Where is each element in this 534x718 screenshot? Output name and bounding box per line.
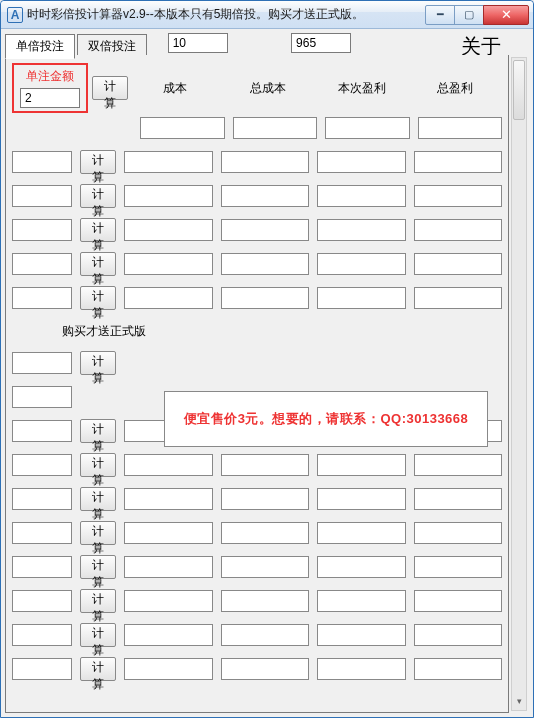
rows-top: 计算 计算 计算: [6, 111, 508, 315]
calc-button[interactable]: 计算: [80, 555, 116, 579]
calc-button[interactable]: 计算: [80, 487, 116, 511]
vertical-scrollbar[interactable]: ▾: [511, 57, 527, 711]
row-input[interactable]: [12, 590, 72, 612]
cell-total-profit[interactable]: [414, 151, 503, 173]
header-total-profit: 总盈利: [409, 80, 503, 97]
amount-label: 单注金额: [20, 68, 80, 85]
cell-cost[interactable]: [124, 658, 213, 680]
calc-button[interactable]: 计算: [80, 419, 116, 443]
cell-total-cost[interactable]: [221, 522, 310, 544]
cell-total-profit[interactable]: [414, 219, 503, 241]
cell-total-cost[interactable]: [221, 556, 310, 578]
header-total-cost: 总成本: [222, 80, 316, 97]
row-input[interactable]: [12, 253, 72, 275]
cell-this-profit[interactable]: [317, 454, 406, 476]
cell-this-profit[interactable]: [317, 488, 406, 510]
calc-button[interactable]: 计算: [80, 589, 116, 613]
row-input[interactable]: [12, 420, 72, 442]
row-input[interactable]: [12, 522, 72, 544]
calc-button[interactable]: 计算: [80, 286, 116, 310]
cell-total-cost[interactable]: [221, 287, 310, 309]
cell-total-profit[interactable]: [414, 287, 503, 309]
row-input[interactable]: [12, 386, 72, 408]
cell-this-profit[interactable]: [317, 151, 406, 173]
cell-total-profit[interactable]: [418, 117, 503, 139]
cell-this-profit[interactable]: [317, 185, 406, 207]
cell-total-cost[interactable]: [221, 151, 310, 173]
cell-total-cost[interactable]: [221, 219, 310, 241]
row-input[interactable]: [12, 151, 72, 173]
cell-total-cost[interactable]: [221, 253, 310, 275]
cell-total-profit[interactable]: [414, 185, 503, 207]
cell-this-profit[interactable]: [317, 658, 406, 680]
cell-total-cost[interactable]: [221, 454, 310, 476]
cell-total-profit[interactable]: [414, 522, 503, 544]
calc-button[interactable]: 计算: [92, 76, 128, 100]
cell-cost[interactable]: [124, 624, 213, 646]
cell-this-profit[interactable]: [317, 522, 406, 544]
titlebar[interactable]: A 时时彩倍投计算器v2.9--本版本只有5期倍投。购买才送正式版。 ━ ▢ ✕: [1, 1, 533, 29]
calc-button[interactable]: 计算: [80, 521, 116, 545]
row-input[interactable]: [12, 556, 72, 578]
tab-single-bet[interactable]: 单倍投注: [5, 34, 75, 59]
cell-this-profit[interactable]: [317, 556, 406, 578]
row-input[interactable]: [12, 287, 72, 309]
row-input[interactable]: [12, 185, 72, 207]
window-title: 时时彩倍投计算器v2.9--本版本只有5期倍投。购买才送正式版。: [27, 6, 364, 23]
row-input[interactable]: [12, 624, 72, 646]
calc-button[interactable]: 计算: [80, 150, 116, 174]
cell-cost[interactable]: [140, 117, 225, 139]
table-row: 计算: [12, 652, 502, 686]
cell-total-profit[interactable]: [414, 253, 503, 275]
cell-total-profit[interactable]: [414, 624, 503, 646]
cell-total-profit[interactable]: [414, 488, 503, 510]
cell-cost[interactable]: [124, 253, 213, 275]
cell-cost[interactable]: [124, 151, 213, 173]
cell-total-profit[interactable]: [414, 590, 503, 612]
cell-cost[interactable]: [124, 287, 213, 309]
cell-cost[interactable]: [124, 522, 213, 544]
calc-button[interactable]: 计算: [80, 252, 116, 276]
cell-total-cost[interactable]: [221, 590, 310, 612]
cell-total-profit[interactable]: [414, 556, 503, 578]
cell-cost[interactable]: [124, 590, 213, 612]
cell-total-cost[interactable]: [221, 658, 310, 680]
cell-cost[interactable]: [124, 454, 213, 476]
app-window: A 时时彩倍投计算器v2.9--本版本只有5期倍投。购买才送正式版。 ━ ▢ ✕…: [0, 0, 534, 718]
cell-cost[interactable]: [124, 556, 213, 578]
top-input-1[interactable]: [168, 33, 228, 53]
cell-this-profit[interactable]: [317, 253, 406, 275]
cell-cost[interactable]: [124, 488, 213, 510]
close-button[interactable]: ✕: [483, 5, 529, 25]
row-input[interactable]: [12, 219, 72, 241]
scroll-thumb[interactable]: [513, 60, 525, 120]
cell-total-cost[interactable]: [233, 117, 318, 139]
cell-cost[interactable]: [124, 219, 213, 241]
amount-input[interactable]: [20, 88, 80, 108]
cell-this-profit[interactable]: [317, 219, 406, 241]
cell-total-profit[interactable]: [414, 658, 503, 680]
cell-total-cost[interactable]: [221, 185, 310, 207]
cell-this-profit[interactable]: [317, 624, 406, 646]
row-input[interactable]: [12, 488, 72, 510]
cell-this-profit[interactable]: [317, 590, 406, 612]
cell-total-profit[interactable]: [414, 454, 503, 476]
calc-button[interactable]: 计算: [80, 657, 116, 681]
cell-this-profit[interactable]: [325, 117, 410, 139]
maximize-button[interactable]: ▢: [454, 5, 484, 25]
minimize-button[interactable]: ━: [425, 5, 455, 25]
cell-total-cost[interactable]: [221, 488, 310, 510]
row-input[interactable]: [12, 658, 72, 680]
calc-button[interactable]: 计算: [80, 623, 116, 647]
cell-cost[interactable]: [124, 185, 213, 207]
row-input[interactable]: [12, 454, 72, 476]
calc-button[interactable]: 计算: [80, 453, 116, 477]
cell-this-profit[interactable]: [317, 287, 406, 309]
row-input[interactable]: [12, 352, 72, 374]
scroll-down-arrow-icon[interactable]: ▾: [513, 694, 525, 708]
cell-total-cost[interactable]: [221, 624, 310, 646]
calc-button[interactable]: 计算: [80, 184, 116, 208]
top-input-2[interactable]: [291, 33, 351, 53]
calc-button[interactable]: 计算: [80, 351, 116, 375]
calc-button[interactable]: 计算: [80, 218, 116, 242]
